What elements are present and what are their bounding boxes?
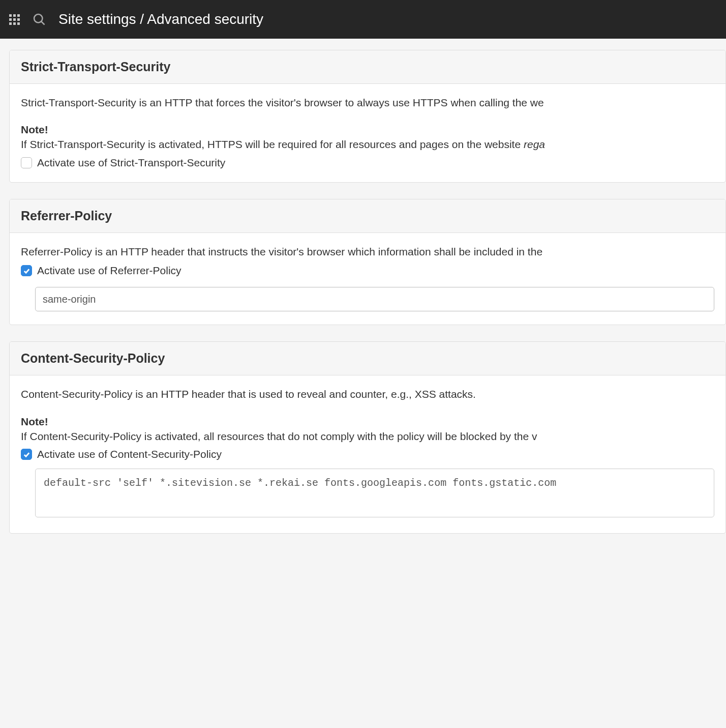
select-value: same-origin [43, 294, 96, 305]
referrer-policy-select[interactable]: same-origin [35, 287, 714, 311]
panel-title: Referrer-Policy [10, 199, 725, 233]
checkbox-label: Activate use of Referrer-Policy [37, 265, 182, 277]
panel-body: Content-Security-Policy is an HTTP heade… [10, 375, 725, 533]
panel-title: Strict-Transport-Security [10, 50, 725, 84]
content-area: Strict-Transport-Security Strict-Transpo… [0, 39, 726, 534]
svg-point-0 [34, 14, 42, 22]
checkbox-activate-csp[interactable] [21, 449, 32, 460]
select-wrap: same-origin [35, 287, 714, 311]
app-header: Site settings / Advanced security [0, 0, 726, 39]
note-label: Note! [21, 124, 714, 136]
panel-description: Referrer-Policy is an HTTP header that i… [21, 244, 714, 259]
panel-description: Strict-Transport-Security is an HTTP tha… [21, 95, 714, 110]
panel-title: Content-Security-Policy [10, 342, 725, 375]
search-icon[interactable] [32, 12, 46, 26]
breadcrumb: Site settings / Advanced security [58, 11, 263, 27]
panel-referrer-policy: Referrer-Policy Referrer-Policy is an HT… [9, 199, 726, 325]
panel-body: Referrer-Policy is an HTTP header that i… [10, 233, 725, 325]
panel-body: Strict-Transport-Security is an HTTP tha… [10, 84, 725, 182]
textarea-wrap [35, 469, 714, 520]
panel-strict-transport-security: Strict-Transport-Security Strict-Transpo… [9, 50, 726, 183]
apps-icon[interactable] [9, 14, 20, 25]
panel-content-security-policy: Content-Security-Policy Content-Security… [9, 341, 726, 534]
note-text: If Content-Security-Policy is activated,… [21, 429, 714, 444]
csp-textarea[interactable] [35, 469, 714, 517]
note-label: Note! [21, 416, 714, 428]
checkbox-label: Activate use of Content-Security-Policy [37, 448, 222, 460]
checkbox-activate-referrer-policy[interactable] [21, 265, 32, 276]
note-text: If Strict-Transport-Security is activate… [21, 137, 714, 152]
checkbox-row-sts: Activate use of Strict-Transport-Securit… [21, 157, 714, 169]
svg-line-1 [41, 21, 44, 24]
checkbox-row-csp: Activate use of Content-Security-Policy [21, 448, 714, 460]
checkbox-row-rp: Activate use of Referrer-Policy [21, 265, 714, 277]
checkbox-activate-sts[interactable] [21, 157, 32, 168]
panel-description: Content-Security-Policy is an HTTP heade… [21, 387, 714, 402]
checkbox-label: Activate use of Strict-Transport-Securit… [37, 157, 225, 169]
